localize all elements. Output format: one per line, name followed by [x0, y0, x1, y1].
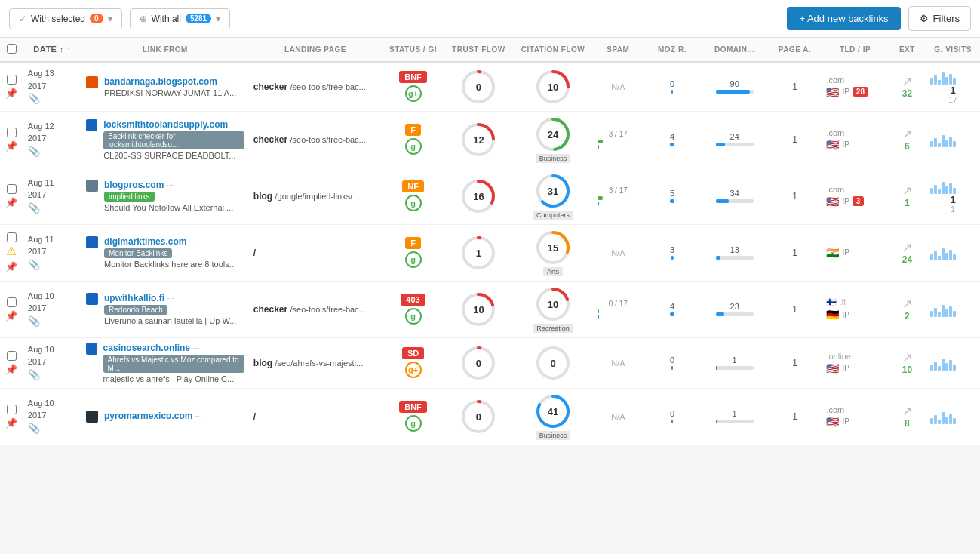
citation-flow-cell: 31 Computers — [513, 168, 593, 224]
landing-bold[interactable]: / — [253, 248, 256, 258]
row-checkbox-cell: 📌 — [0, 62, 23, 111]
landing-bold[interactable]: blog — [253, 358, 272, 368]
link-pin-icon[interactable]: 📎 — [28, 93, 40, 104]
link-pin-icon[interactable]: 📎 — [28, 369, 40, 380]
landing-bold[interactable]: checker — [253, 82, 287, 92]
row-checkbox[interactable] — [7, 351, 17, 361]
pin-icon[interactable]: 📌 — [5, 197, 17, 208]
with-selected-button[interactable]: ✓ With selected 0 ▾ — [9, 8, 122, 29]
landing-page-cell: checker /seo-tools/free-bac... — [249, 62, 382, 111]
ext-cell: ↗ 10 — [889, 337, 926, 388]
link-pin-icon[interactable]: 📎 — [28, 259, 40, 270]
google-index-icon: g — [405, 308, 422, 325]
link-domain[interactable]: upwithkallio.fi — [104, 293, 164, 303]
row-checkbox[interactable] — [7, 232, 17, 242]
citation-flow-cell: 41 Business — [513, 388, 593, 445]
domain-authority-cell: 34 — [702, 168, 768, 224]
select-all-checkbox[interactable] — [7, 44, 17, 54]
trust-flow-cell: 0 — [444, 337, 513, 388]
status-header[interactable]: STATUS / GI — [382, 38, 444, 62]
status-badge: NF — [402, 180, 424, 192]
landing-bold[interactable]: blog — [253, 191, 272, 202]
link-domain[interactable]: digimarktimes.com — [104, 236, 186, 247]
table-row: 📌 Aug 13 2017 📎 bandarnaga.blogspot.com … — [0, 62, 980, 111]
g-visits-header[interactable]: G. VISITS — [926, 38, 980, 62]
page-a-header[interactable]: PAGE A. — [768, 38, 822, 62]
landing-bold[interactable]: / — [253, 411, 256, 422]
ext-value: 8 — [893, 418, 922, 429]
date-header[interactable]: DATE ↑ — [23, 38, 81, 62]
filters-button[interactable]: ⚙ Filters — [908, 6, 971, 31]
favicon — [86, 343, 97, 355]
tld-ip-header[interactable]: TLD / IP — [822, 38, 888, 62]
pin-icon[interactable]: 📌 — [5, 261, 17, 272]
ext-value: 2 — [893, 311, 922, 322]
link-domain[interactable]: bandarnaga.blogspot.com — [104, 76, 217, 87]
date-cell: Aug 10 2017 📎 — [23, 337, 81, 388]
row-checkbox[interactable] — [7, 128, 17, 137]
link-from-cell: upwithkallio.fi ··· Redondo Beach Liveru… — [81, 281, 249, 337]
landing-bold[interactable]: checker — [253, 134, 287, 145]
status-badge: F — [405, 124, 421, 136]
trust-flow-cell: 0 — [444, 388, 513, 445]
link-from-header[interactable]: LINK FROM — [81, 38, 249, 62]
add-backlinks-button[interactable]: + Add new backlinks — [787, 7, 900, 30]
row-checkbox-cell: 📌 — [0, 388, 23, 445]
ext-cell: ↗ 1 — [889, 168, 926, 224]
pin-icon[interactable]: 📌 — [5, 417, 17, 429]
pin-icon[interactable]: 📌 — [5, 310, 17, 322]
pin-icon[interactable]: 📌 — [5, 364, 17, 375]
ext-header[interactable]: EXT — [889, 38, 926, 62]
domain-authority-cell: 24 — [702, 111, 768, 168]
landing-path: /seo-tools/free-bac... — [290, 135, 366, 144]
row-checkbox[interactable] — [7, 405, 17, 414]
link-pin-icon[interactable]: 📎 — [28, 146, 40, 157]
spam-header[interactable]: SPAM — [593, 38, 643, 62]
row-checkbox[interactable] — [7, 184, 17, 194]
citation-flow-header[interactable]: CITATION FLOW — [513, 38, 593, 62]
status-cell: NF g — [382, 168, 444, 224]
link-domain[interactable]: pyromarmexico.com — [104, 411, 192, 421]
status-cell: F g — [382, 224, 444, 281]
table-row: 📌 Aug 11 2017 📎 blogpros.com ··· implied… — [0, 168, 980, 224]
trust-flow-cell: 10 — [444, 281, 513, 337]
g-visits-cell — [926, 281, 980, 337]
link-from-cell: blogpros.com ··· implied links Should Yo… — [81, 168, 249, 224]
row-checkbox[interactable] — [7, 297, 17, 307]
google-index-icon: g+ — [405, 362, 422, 378]
link-pin-icon[interactable]: 📎 — [28, 315, 40, 327]
page-authority-cell: 1 — [768, 388, 822, 445]
domain-header[interactable]: DOMAIN... — [702, 38, 768, 62]
domain-authority-cell: 1 — [702, 337, 768, 388]
table-row: 📌 Aug 12 2017 📎 locksmithtoolandsupply.c… — [0, 111, 980, 168]
with-all-button[interactable]: ⊕ With all 5281 ▾ — [130, 8, 231, 29]
domain-authority-cell: 90 — [702, 62, 768, 111]
check-icon: ✓ — [19, 14, 26, 24]
tld-ip-cell: .com 🇺🇸 IP — [822, 111, 888, 168]
pin-icon[interactable]: 📌 — [5, 140, 17, 152]
link-domain[interactable]: casinosearch.online — [103, 343, 190, 353]
favicon — [86, 76, 98, 88]
link-pin-icon[interactable]: 📎 — [28, 202, 40, 214]
table-row: 📌 Aug 10 2017 📎 casinosearch.online ··· … — [0, 337, 980, 388]
favicon — [86, 411, 98, 423]
link-domain[interactable]: locksmithtoolandsupply.com — [103, 119, 228, 130]
landing-bold[interactable]: checker — [253, 304, 287, 315]
link-domain[interactable]: blogpros.com — [104, 180, 164, 190]
link-title: Should You Nofollow All External ... — [104, 203, 233, 212]
date-cell: Aug 10 2017 📎 — [23, 281, 81, 337]
date-cell: Aug 13 2017 📎 — [23, 62, 81, 111]
moz-r-header[interactable]: MOZ R. — [643, 38, 701, 62]
page-authority-cell: 1 — [768, 168, 822, 224]
row-checkbox[interactable] — [7, 75, 17, 85]
landing-page-header[interactable]: LANDING PAGE — [249, 38, 382, 62]
page-authority-cell: 1 — [768, 281, 822, 337]
tld-ip-cell: 🇫🇮 .fi 🇩🇪 IP — [822, 281, 888, 337]
link-pin-icon[interactable]: 📎 — [28, 423, 40, 434]
pin-icon[interactable]: 📌 — [5, 88, 17, 99]
tld-ip-cell: .com 🇺🇸 IP3 — [822, 168, 888, 224]
trust-flow-header[interactable]: TRUST FLOW — [444, 38, 513, 62]
link-from-cell: casinosearch.online ··· Ahrefs vs Majest… — [81, 337, 249, 388]
row-checkbox-cell: 📌 — [0, 168, 23, 224]
toolbar: ✓ With selected 0 ▾ ⊕ With all 5281 ▾ + … — [0, 0, 980, 38]
